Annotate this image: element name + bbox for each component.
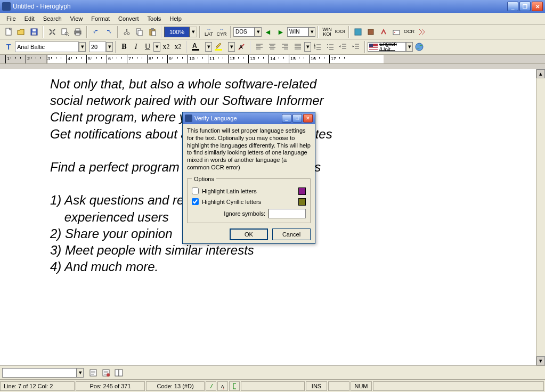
cyrillic-color-swatch[interactable] bbox=[298, 198, 306, 206]
font-icon: T bbox=[3, 41, 14, 53]
enc-from-dropdown[interactable]: ▾ bbox=[255, 27, 262, 37]
btn-b-icon[interactable] bbox=[100, 367, 112, 379]
scroll-down-icon[interactable]: ▾ bbox=[536, 356, 545, 365]
lat-button[interactable]: ↔LAT bbox=[203, 26, 215, 38]
dialog-titlebar[interactable]: Verify Language _ □ ✕ bbox=[183, 112, 315, 124]
new-icon[interactable] bbox=[3, 26, 14, 38]
tool-b-icon[interactable] bbox=[365, 26, 377, 38]
clear-format-icon[interactable]: A bbox=[235, 41, 247, 53]
underline-dropdown[interactable]: ▾ bbox=[153, 42, 160, 52]
btn-a-icon[interactable] bbox=[87, 367, 99, 379]
enc-to-dropdown[interactable]: ▾ bbox=[308, 27, 315, 37]
dialog-close-button[interactable]: ✕ bbox=[303, 114, 313, 123]
style-combo[interactable] bbox=[2, 368, 77, 378]
enc-to[interactable]: WIN bbox=[287, 27, 308, 37]
superscript-button[interactable]: x2 bbox=[172, 41, 184, 53]
highlight-button[interactable] bbox=[213, 41, 227, 53]
latin-color-swatch[interactable] bbox=[298, 187, 306, 195]
tool-c-icon[interactable] bbox=[378, 26, 389, 38]
underline-button[interactable]: U bbox=[142, 41, 153, 53]
font-size-dropdown[interactable]: ▾ bbox=[106, 42, 113, 52]
svg-text:A: A bbox=[239, 44, 243, 50]
open-icon[interactable] bbox=[15, 26, 27, 38]
status-icon-b[interactable]: ABC bbox=[217, 381, 228, 391]
tool-d-icon[interactable] bbox=[391, 26, 402, 38]
svg-rect-16 bbox=[152, 31, 156, 36]
dialog-minimize-button[interactable]: _ bbox=[282, 114, 291, 123]
align-justify-icon[interactable] bbox=[292, 41, 304, 53]
status-icon-c[interactable] bbox=[229, 381, 240, 391]
cancel-button[interactable]: Cancel bbox=[272, 228, 311, 240]
menu-view[interactable]: View bbox=[66, 14, 87, 23]
align-center-icon[interactable] bbox=[266, 41, 278, 53]
align-right-icon[interactable] bbox=[279, 41, 291, 53]
zoom-level[interactable]: 100% bbox=[164, 27, 190, 37]
undo-icon[interactable] bbox=[90, 26, 102, 38]
ok-button[interactable]: OK bbox=[230, 228, 268, 240]
menu-tools[interactable]: Tools bbox=[143, 14, 166, 23]
menu-search[interactable]: Search bbox=[39, 14, 66, 23]
font-size-select[interactable]: 20 bbox=[89, 42, 106, 52]
tool-e-icon[interactable] bbox=[416, 26, 428, 38]
italic-button[interactable]: I bbox=[130, 41, 142, 53]
globe-icon[interactable] bbox=[413, 41, 425, 53]
outdent-icon[interactable] bbox=[337, 41, 349, 53]
status-icon-a[interactable] bbox=[206, 381, 216, 391]
font-name-dropdown[interactable]: ▾ bbox=[79, 42, 86, 52]
highlight-dropdown[interactable]: ▾ bbox=[228, 42, 235, 52]
arrow-right-icon[interactable]: ► bbox=[275, 26, 287, 38]
svg-point-29 bbox=[107, 373, 110, 377]
list-number-icon[interactable]: 12 bbox=[312, 41, 323, 53]
close-button[interactable]: ✕ bbox=[532, 2, 543, 11]
save-icon[interactable] bbox=[28, 26, 40, 38]
restore-button[interactable]: ❐ bbox=[519, 2, 531, 11]
font-color-dropdown[interactable]: ▾ bbox=[205, 42, 212, 52]
svg-point-26 bbox=[416, 43, 423, 51]
highlight-cyrillic-checkbox[interactable] bbox=[192, 198, 199, 205]
tools-icon[interactable] bbox=[46, 26, 58, 38]
btn-c-icon[interactable] bbox=[113, 367, 125, 379]
scroll-up-icon[interactable]: ▴ bbox=[536, 69, 545, 78]
align-dropdown[interactable]: ▾ bbox=[304, 42, 311, 52]
style-combo-dropdown[interactable]: ▾ bbox=[77, 368, 84, 378]
menu-format[interactable]: Format bbox=[87, 14, 114, 23]
doc-line: Not only that, but also a whole software… bbox=[50, 76, 536, 92]
minimize-button[interactable]: _ bbox=[507, 2, 518, 11]
vertical-scrollbar[interactable]: ▴ ▾ bbox=[536, 69, 545, 365]
font-name-select[interactable]: Arial Baltic bbox=[15, 42, 79, 52]
font-color-button[interactable]: A bbox=[190, 41, 205, 53]
zoom-dropdown[interactable]: ▾ bbox=[190, 27, 197, 37]
statusbar: Line: 7 of 12 Col: 2 Pos: 245 of 371 Cod… bbox=[0, 379, 545, 392]
align-left-icon[interactable] bbox=[254, 41, 265, 53]
paste-icon[interactable] bbox=[147, 26, 158, 38]
doc-line: 4) And much more. bbox=[50, 258, 536, 275]
menu-convert[interactable]: Convert bbox=[114, 14, 143, 23]
svg-rect-8 bbox=[76, 29, 80, 31]
svg-rect-15 bbox=[151, 28, 154, 30]
highlight-latin-checkbox[interactable] bbox=[192, 187, 199, 194]
language-dropdown[interactable]: ▾ bbox=[406, 42, 413, 52]
ignore-symbols-input[interactable] bbox=[269, 209, 306, 218]
arrow-left-icon[interactable]: ◄ bbox=[262, 26, 274, 38]
indent-icon[interactable] bbox=[350, 41, 362, 53]
menu-help[interactable]: Help bbox=[165, 14, 186, 23]
ocr-button[interactable]: OCR bbox=[403, 26, 415, 38]
copy-icon[interactable] bbox=[134, 26, 145, 38]
cut-icon[interactable] bbox=[121, 26, 133, 38]
enc-from[interactable]: DOS bbox=[233, 27, 255, 37]
dialog-description: This function will set proper language s… bbox=[187, 127, 311, 172]
list-bullet-icon[interactable] bbox=[324, 41, 336, 53]
subscript-button[interactable]: x2 bbox=[160, 41, 172, 53]
menu-edit[interactable]: Edit bbox=[20, 14, 39, 23]
menu-file[interactable]: File bbox=[2, 14, 20, 23]
iooi-button[interactable]: IOOI bbox=[334, 26, 346, 38]
print-icon[interactable] bbox=[72, 26, 84, 38]
tool-a-icon[interactable] bbox=[352, 26, 364, 38]
bold-button[interactable]: B bbox=[118, 41, 130, 53]
koi-button[interactable]: WINKOI bbox=[321, 26, 333, 38]
preview-icon[interactable] bbox=[59, 26, 71, 38]
cyr-button[interactable]: ↔CYR bbox=[216, 26, 227, 38]
dialog-maximize-button[interactable]: □ bbox=[292, 114, 302, 123]
language-select[interactable]: English (Unit... bbox=[368, 42, 406, 52]
redo-icon[interactable] bbox=[103, 26, 115, 38]
